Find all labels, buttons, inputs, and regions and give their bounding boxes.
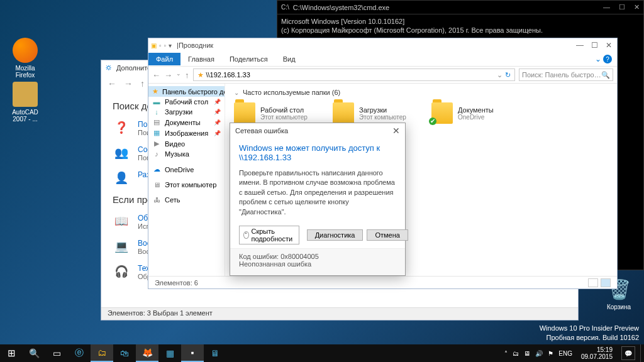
nav-documents[interactable]: ▤Документы📌 <box>148 117 225 128</box>
cancel-button[interactable]: Отмена <box>367 229 408 241</box>
nav-pictures[interactable]: ▦Изображения📌 <box>148 128 225 138</box>
qat-dropdown[interactable]: ▾ <box>169 42 172 49</box>
minimize-button[interactable]: — <box>603 3 610 11</box>
qat-properties[interactable]: ▫ <box>159 42 162 49</box>
action-center-button[interactable]: 💬 <box>621 346 635 360</box>
dialog-title-text: Сетевая ошибка <box>235 127 288 134</box>
app-button-2[interactable]: 🖥 <box>204 344 226 362</box>
show-desktop-button[interactable] <box>640 344 643 362</box>
help-statusbar: Элементов: 3 Выбран 1 элемент <box>101 307 578 320</box>
desktop-icon: ▬ <box>152 98 161 106</box>
tab-share[interactable]: Поделиться <box>222 53 275 65</box>
explorer-titlebar[interactable]: ▣ ▫ ▫ ▾ | Проводник — ☐ ✕ <box>148 38 617 52</box>
flag-icon[interactable]: ⚑ <box>548 350 553 357</box>
language-indicator[interactable]: ENG <box>558 350 572 357</box>
dialog-text: Проверьте правильность написания данного… <box>239 168 396 217</box>
info-icon: ❓ <box>113 120 130 135</box>
folder-item[interactable]: Рабочий столЭтот компьютер <box>234 102 319 124</box>
maximize-button[interactable]: ☐ <box>619 3 625 11</box>
up-button[interactable]: ↑ <box>185 70 189 80</box>
network-icon: 🖧 <box>152 196 161 204</box>
cmd-titlebar[interactable]: C:\ C:\Windows\system32\cmd.exe — ☐ ✕ <box>277 1 643 14</box>
back-button[interactable]: ← <box>152 70 160 80</box>
minimize-button[interactable]: — <box>576 41 584 50</box>
desktop-icon-firefox[interactable]: Mozilla Firefox <box>6 38 44 79</box>
system-tray: ˄ 🗂 🖥 🔊 ⚑ ENG 15:19 09.07.2015 💬 <box>504 344 644 362</box>
folder-item[interactable]: ЗагрузкиЭтот компьютер <box>333 102 418 124</box>
tab-home[interactable]: Главная <box>180 53 222 65</box>
network-icon[interactable]: 🖥 <box>524 350 530 357</box>
desktop-icon-autocad[interactable]: AutoCAD 2007 - ... <box>6 82 44 123</box>
close-button[interactable]: ✕ <box>634 3 640 11</box>
tray-chevron[interactable]: ˄ <box>504 350 508 357</box>
nav-quick-access[interactable]: ★Панель быстрого до <box>148 86 225 97</box>
refresh-button[interactable]: ↻ <box>505 71 511 79</box>
close-button[interactable]: ✕ <box>392 126 400 136</box>
statusbar: Элементов: 6 <box>148 276 617 288</box>
folder-item[interactable]: ДокументыOneDrive <box>431 102 516 124</box>
users-icon: 👤 <box>113 170 130 185</box>
view-large[interactable] <box>601 278 611 287</box>
recent-dropdown[interactable]: ⌄ <box>176 70 181 80</box>
music-icon: ♪ <box>152 150 161 158</box>
address-bar-row: ← → ⌄ ↑ ★ \\192.168.1.33 ⌄ ↻ Поиск: Пане… <box>148 66 617 84</box>
up-button[interactable]: ↑ <box>140 79 145 89</box>
pc-icon: 🖥 <box>152 181 161 189</box>
error-dialog: Сетевая ошибка ✕ Windows не может получи… <box>230 123 406 276</box>
hide-details-button[interactable]: ˄ Скрыть подробности <box>239 226 299 244</box>
nav-video[interactable]: ▶Видео <box>148 138 225 149</box>
folder-icon <box>431 102 453 124</box>
group-header[interactable]: ⌄Часто используемые папки (6) <box>234 89 608 96</box>
dialog-titlebar[interactable]: Сетевая ошибка ✕ <box>230 123 405 138</box>
nav-network[interactable]: 🖧Сеть <box>148 195 225 205</box>
star-icon: ★ <box>197 71 204 79</box>
forward-button[interactable]: → <box>164 70 172 80</box>
restore-icon: 💻 <box>113 239 130 254</box>
back-button[interactable]: ← <box>108 79 116 89</box>
search-button[interactable]: 🔍 <box>23 344 45 362</box>
nav-desktop[interactable]: ▬Рабочий стол📌 <box>148 97 225 107</box>
tab-file[interactable]: Файл <box>148 53 180 65</box>
task-view-button[interactable]: ▭ <box>45 344 68 362</box>
view-details[interactable] <box>588 278 598 287</box>
firefox-icon <box>13 38 38 63</box>
qat-new-folder[interactable]: ▫ <box>164 42 167 49</box>
nav-this-pc[interactable]: 🖥Этот компьютер <box>148 180 225 190</box>
chevron-up-icon: ˄ <box>243 231 249 239</box>
pictures-icon: ▦ <box>152 129 161 137</box>
nav-onedrive[interactable]: ☁OneDrive <box>148 164 225 175</box>
icon-label: Корзина <box>600 304 638 310</box>
nav-downloads[interactable]: ↓Загрузки📌 <box>148 107 225 117</box>
pin-icon: 📌 <box>214 130 221 136</box>
community-icon: 👥 <box>113 145 130 160</box>
clock[interactable]: 15:19 09.07.2015 <box>577 346 616 360</box>
address-bar[interactable]: ★ \\192.168.1.33 ⌄ ↻ <box>193 69 516 81</box>
cmd-button[interactable]: ▪ <box>181 344 204 362</box>
close-button[interactable]: ✕ <box>606 41 612 50</box>
search-icon: 🔍 <box>601 71 610 79</box>
address-dropdown[interactable]: ⌄ <box>497 71 502 79</box>
folder-icon: ▣ <box>151 42 157 49</box>
explorer-button[interactable]: 🗂 <box>91 344 113 362</box>
chevron-down-icon: ⌄ <box>234 89 239 96</box>
nav-music[interactable]: ♪Музыка <box>148 149 225 159</box>
tab-view[interactable]: Вид <box>275 53 303 65</box>
start-button[interactable]: ⊞ <box>0 344 23 362</box>
error-details: Код ошибки: 0x80004005 Неопознанная ошиб… <box>230 248 405 275</box>
ribbon-help[interactable]: ⌄ ? <box>595 55 617 64</box>
diagnostics-button[interactable]: Диагностика <box>307 229 364 241</box>
help-icon: ⛭ <box>105 63 113 72</box>
firefox-button[interactable]: 🦊 <box>136 344 158 362</box>
volume-icon[interactable]: 🔊 <box>535 350 543 357</box>
battery-icon[interactable]: 🗂 <box>513 350 519 357</box>
window-title: Проводник <box>179 41 213 49</box>
forward-button[interactable]: → <box>124 79 133 89</box>
video-icon: ▶ <box>152 140 161 148</box>
search-input[interactable]: Поиск: Панель быстрого дос... 🔍 <box>519 69 613 81</box>
dialog-heading: Windows не может получить доступ к \\192… <box>239 143 396 162</box>
app-button[interactable]: ▦ <box>158 344 181 362</box>
maximize-button[interactable]: ☐ <box>591 41 598 50</box>
folder-icon <box>234 102 255 124</box>
edge-button[interactable]: ⓔ <box>68 344 91 362</box>
store-button[interactable]: 🛍 <box>113 344 136 362</box>
